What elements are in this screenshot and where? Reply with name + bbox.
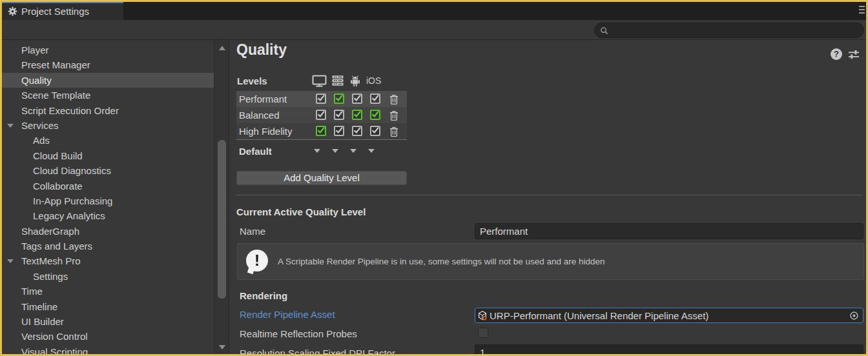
sidebar-item-label: Visual Scripting [21, 346, 88, 354]
sidebar-item-label: Collaborate [33, 181, 83, 192]
sidebar-item-shadergraph[interactable]: ShaderGraph [2, 224, 214, 239]
urp-asset-icon [477, 310, 488, 321]
sidebar-item-label: Services [21, 120, 59, 131]
help-icon[interactable]: ? [831, 48, 842, 60]
active-quality-heading: Current Active Quality Level [236, 206, 366, 217]
default-quality-row: Default [236, 143, 407, 159]
info-bubble-icon: ! [246, 250, 268, 272]
sidebar-item-scene-template[interactable]: Scene Template [2, 88, 214, 103]
sidebar-item-collaborate[interactable]: Collaborate [2, 179, 214, 193]
sidebar-scrollbar[interactable] [214, 40, 229, 354]
quality-checkbox-gray[interactable] [334, 110, 344, 120]
levels-label: Levels [237, 75, 267, 86]
sidebar-item-textmesh-pro[interactable]: TextMesh Pro [2, 253, 214, 268]
scroll-down-icon[interactable] [219, 345, 225, 350]
sidebar-item-player[interactable]: Player [2, 43, 214, 57]
foldout-triangle-icon[interactable] [7, 259, 14, 263]
sidebar-item-label: Player [21, 44, 49, 55]
object-picker-icon[interactable] [849, 311, 859, 321]
sidebar-item-services[interactable]: Services [2, 118, 214, 133]
sidebar-item-label: Cloud Diagnostics [33, 165, 111, 176]
chevron-down-icon[interactable] [314, 149, 320, 153]
quality-checkbox-green[interactable] [352, 110, 362, 120]
quality-checkbox-green[interactable] [316, 126, 326, 136]
sidebar-item-label: ShaderGraph [21, 226, 79, 237]
default-label: Default [239, 143, 272, 159]
tab-bar: Project Settings [2, 2, 866, 20]
tab-project-settings[interactable]: Project Settings [2, 2, 123, 20]
sidebar-item-cloud-diagnostics[interactable]: Cloud Diagnostics [2, 163, 214, 178]
name-field[interactable]: Performant [475, 223, 863, 239]
search-box[interactable] [594, 23, 864, 38]
sidebar-item-version-control[interactable]: Version Control [2, 329, 214, 344]
sidebar-item-quality[interactable]: Quality [2, 73, 214, 88]
android-icon [349, 75, 362, 87]
quality-level-row[interactable]: High Fidelity [236, 123, 407, 139]
name-label: Name [240, 226, 265, 237]
sidebar-item-label: Settings [33, 271, 68, 282]
sidebar-item-ui-builder[interactable]: UI Builder [2, 314, 214, 329]
sidebar-item-label: Ads [33, 135, 50, 146]
sidebar-item-label: Cloud Build [33, 150, 83, 161]
search-icon [600, 26, 608, 35]
sidebar-item-legacy-analytics[interactable]: Legacy Analytics [2, 208, 214, 223]
quality-level-row[interactable]: Balanced [236, 107, 407, 123]
quality-panel: Quality ? Levels [229, 40, 866, 354]
search-input[interactable] [612, 26, 858, 35]
section-divider [236, 195, 863, 195]
level-name: Balanced [239, 107, 280, 123]
tab-title: Project Settings [21, 6, 89, 17]
quality-checkbox-gray[interactable] [352, 94, 362, 104]
sidebar-item-settings[interactable]: Settings [2, 269, 214, 284]
scrollbar-thumb[interactable] [218, 140, 226, 299]
sidebar-item-label: Quality [21, 75, 52, 86]
level-name: Performant [239, 91, 287, 107]
trash-icon[interactable] [389, 110, 398, 121]
preset-sliders-icon[interactable] [848, 49, 860, 60]
active-tab-accent [2, 2, 123, 3]
quality-checkbox-gray[interactable] [334, 126, 344, 136]
sidebar-item-timeline[interactable]: Timeline [2, 299, 214, 314]
quality-checkbox-gray[interactable] [370, 94, 380, 104]
sidebar-item-label: Script Execution Order [21, 105, 119, 116]
panel-menu-icon[interactable] [859, 6, 865, 16]
level-name: High Fidelity [239, 123, 293, 139]
render-pipeline-asset-field[interactable]: URP-Performant (Universal Render Pipelin… [475, 308, 863, 323]
quality-checkbox-gray[interactable] [316, 94, 326, 104]
sidebar-item-label: Legacy Analytics [33, 210, 105, 221]
realtime-reflection-probes-checkbox[interactable] [478, 328, 488, 338]
ios-platform-label: iOS [366, 75, 381, 86]
quality-checkbox-gray[interactable] [352, 126, 362, 136]
quality-level-row[interactable]: Performant [236, 91, 407, 107]
render-pipeline-asset-label[interactable]: Render Pipeline Asset [240, 309, 335, 320]
sidebar-item-cloud-build[interactable]: Cloud Build [2, 148, 214, 163]
sidebar-item-in-app-purchasing[interactable]: In-App Purchasing [2, 193, 214, 208]
sidebar-item-label: Scene Template [21, 90, 90, 101]
trash-icon[interactable] [389, 94, 398, 104]
server-icon [331, 75, 344, 86]
chevron-down-icon[interactable] [350, 149, 356, 153]
sidebar-item-tags-and-layers[interactable]: Tags and Layers [2, 239, 214, 253]
quality-checkbox-gray[interactable] [370, 126, 380, 136]
realtime-reflection-probes-label: Realtime Reflection Probes [240, 328, 357, 339]
add-quality-level-button[interactable]: Add Quality Level [236, 171, 407, 185]
sidebar-item-preset-manager[interactable]: Preset Manager [2, 57, 214, 72]
quality-checkbox-gray[interactable] [316, 110, 326, 120]
dpi-factor-field[interactable]: 1 [475, 344, 863, 354]
sidebar-item-label: UI Builder [21, 316, 64, 327]
foldout-triangle-icon[interactable] [7, 124, 14, 128]
sidebar-item-ads[interactable]: Ads [2, 133, 214, 148]
sidebar-item-visual-scripting[interactable]: Visual Scripting [2, 344, 214, 354]
sidebar-item-label: Time [21, 286, 43, 297]
sidebar-item-time[interactable]: Time [2, 284, 214, 299]
render-pipeline-asset-value: URP-Performant (Universal Render Pipelin… [490, 310, 847, 321]
sidebar-item-label: In-App Purchasing [33, 195, 112, 206]
quality-checkbox-green[interactable] [334, 94, 344, 104]
chevron-down-icon[interactable] [368, 149, 375, 153]
chevron-down-icon[interactable] [332, 149, 338, 153]
sidebar-item-label: Preset Manager [21, 59, 90, 70]
trash-icon[interactable] [389, 126, 398, 137]
sidebar-item-script-execution-order[interactable]: Script Execution Order [2, 103, 214, 118]
scroll-up-icon[interactable] [219, 46, 225, 50]
quality-checkbox-green[interactable] [370, 110, 380, 120]
